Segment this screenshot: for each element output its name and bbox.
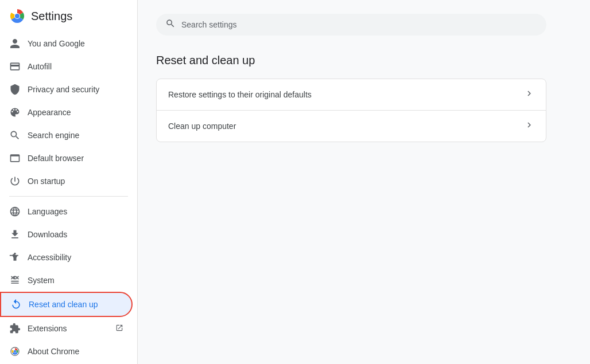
system-icon xyxy=(9,275,21,286)
shield-icon xyxy=(9,84,21,95)
settings-card: Restore settings to their original defau… xyxy=(156,79,546,142)
sidebar-item-system[interactable]: System xyxy=(0,269,133,292)
sidebar-item-extensions[interactable]: Extensions xyxy=(0,317,133,340)
sidebar-item-on-startup[interactable]: On startup xyxy=(0,170,133,193)
reset-icon xyxy=(10,299,22,310)
browser-icon xyxy=(9,152,21,164)
sidebar-item-downloads[interactable]: Downloads xyxy=(0,223,133,246)
svg-point-2 xyxy=(15,14,20,18)
sidebar-item-search-engine[interactable]: Search engine xyxy=(0,124,133,147)
sidebar-label-reset-cleanup: Reset and clean up xyxy=(29,300,122,309)
sidebar-nav: You and Google Autofill Privacy and secu… xyxy=(0,30,137,364)
chevron-right-icon-restore xyxy=(524,88,534,101)
palette-icon xyxy=(9,107,21,118)
page-section-title: Reset and clean up xyxy=(156,54,572,67)
sidebar-label-extensions: Extensions xyxy=(28,324,108,333)
search-bar-icon xyxy=(165,18,176,31)
sidebar-label-languages: Languages xyxy=(28,207,123,216)
sidebar-header: Settings xyxy=(0,0,137,30)
sidebar-item-accessibility[interactable]: Accessibility xyxy=(0,246,133,269)
sidebar-item-default-browser[interactable]: Default browser xyxy=(0,147,133,170)
sidebar-item-reset-cleanup[interactable]: Reset and clean up xyxy=(0,292,133,317)
sidebar-label-system: System xyxy=(28,276,123,285)
external-link-icon xyxy=(115,324,123,334)
chrome-logo xyxy=(9,8,25,24)
svg-point-6 xyxy=(14,350,16,353)
sidebar-label-you-google: You and Google xyxy=(28,39,123,48)
sidebar: Settings You and Google Autofill Privacy… xyxy=(0,0,138,364)
search-input[interactable] xyxy=(181,20,537,29)
settings-row-restore-defaults[interactable]: Restore settings to their original defau… xyxy=(157,79,546,111)
sidebar-label-privacy: Privacy and security xyxy=(28,85,123,94)
sidebar-item-appearance[interactable]: Appearance xyxy=(0,101,133,124)
sidebar-item-languages[interactable]: Languages xyxy=(0,200,133,223)
restore-defaults-label: Restore settings to their original defau… xyxy=(168,90,312,99)
accessibility-icon xyxy=(9,252,21,263)
search-icon xyxy=(9,130,21,141)
sidebar-item-privacy[interactable]: Privacy and security xyxy=(0,78,133,101)
sidebar-label-appearance: Appearance xyxy=(28,108,123,117)
sidebar-label-accessibility: Accessibility xyxy=(28,253,123,262)
sidebar-title: Settings xyxy=(31,10,72,23)
clean-up-computer-label: Clean up computer xyxy=(168,122,236,131)
person-icon xyxy=(9,38,21,49)
download-icon xyxy=(9,229,21,240)
card-icon xyxy=(9,61,21,72)
globe-icon xyxy=(9,206,21,217)
sidebar-label-downloads: Downloads xyxy=(28,230,123,239)
sidebar-label-about-chrome: About Chrome xyxy=(28,347,123,356)
main-content: Reset and clean up Restore settings to t… xyxy=(138,0,590,364)
sidebar-label-on-startup: On startup xyxy=(28,177,123,186)
sidebar-item-you-google[interactable]: You and Google xyxy=(0,32,133,55)
sidebar-item-about-chrome[interactable]: About Chrome xyxy=(0,340,133,363)
sidebar-label-search-engine: Search engine xyxy=(28,131,123,140)
settings-row-clean-up-computer[interactable]: Clean up computer xyxy=(157,111,546,142)
search-bar xyxy=(156,14,546,36)
power-icon xyxy=(9,175,21,187)
chevron-right-icon-cleanup xyxy=(524,120,534,132)
about-chrome-icon xyxy=(9,346,21,357)
sidebar-label-default-browser: Default browser xyxy=(28,154,123,163)
sidebar-item-autofill[interactable]: Autofill xyxy=(0,55,133,78)
nav-divider-1 xyxy=(9,196,128,197)
sidebar-label-autofill: Autofill xyxy=(28,62,123,71)
puzzle-icon xyxy=(9,323,21,334)
